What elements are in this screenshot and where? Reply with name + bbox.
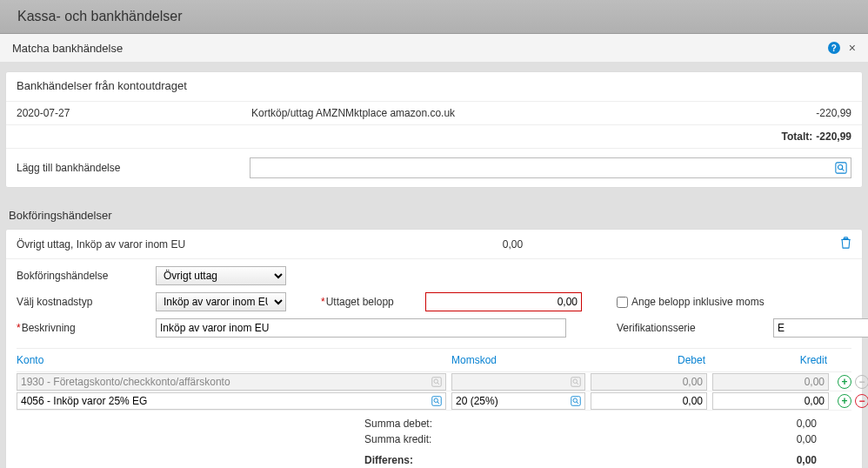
serie-label: Verifikationsserie bbox=[617, 322, 773, 334]
account-table: Konto Momskod Debet Kredit bbox=[17, 348, 851, 411]
bank-event-row: 2020-07-27 Kortköp/uttag AMZNMktplace am… bbox=[6, 101, 862, 124]
costtype-label: Välj kostnadstyp bbox=[17, 296, 156, 308]
debet-input bbox=[591, 373, 707, 391]
svg-point-16 bbox=[573, 398, 578, 403]
add-bank-event-input[interactable] bbox=[250, 157, 851, 178]
modal-title: Matcha bankhändelse bbox=[12, 42, 123, 55]
momskod-input bbox=[451, 373, 585, 391]
sum-kredit-value: 0,00 bbox=[797, 433, 817, 445]
add-row-icon[interactable]: + bbox=[838, 394, 851, 408]
svg-point-1 bbox=[838, 165, 843, 170]
incvat-label: Ange belopp inklusive moms bbox=[631, 296, 765, 308]
booking-summary-desc: Övrigt uttag, Inköp av varor inom EU bbox=[17, 238, 185, 251]
help-icon[interactable]: ? bbox=[828, 42, 840, 54]
close-icon[interactable]: × bbox=[849, 41, 856, 55]
svg-line-17 bbox=[577, 401, 578, 403]
bank-events-panel: Bankhändelser från kontoutdraget 2020-07… bbox=[5, 71, 863, 188]
svg-rect-15 bbox=[571, 396, 581, 405]
remove-row-icon: − bbox=[855, 375, 868, 389]
col-konto[interactable]: Konto bbox=[17, 354, 451, 366]
lookup-icon[interactable] bbox=[834, 161, 848, 175]
table-row: + − bbox=[17, 372, 851, 391]
svg-line-14 bbox=[437, 401, 439, 403]
diff-value: 0,00 bbox=[797, 454, 817, 466]
costtype-select[interactable]: Inköp av varor inom EU bbox=[156, 292, 286, 311]
bank-event-date: 2020-07-27 bbox=[17, 107, 251, 119]
desc-label: Beskrivning bbox=[17, 322, 156, 334]
total-label: Totalt: bbox=[782, 130, 813, 143]
table-header: Konto Momskod Debet Kredit bbox=[17, 349, 851, 372]
sum-debet-value: 0,00 bbox=[797, 418, 817, 430]
lookup-icon bbox=[570, 376, 582, 388]
app-title: Kassa- och bankhändelser bbox=[17, 9, 182, 23]
add-bank-event-row: Lägg till bankhändelse bbox=[6, 148, 862, 187]
kredit-input[interactable] bbox=[712, 392, 829, 410]
booking-summary-amount: 0,00 bbox=[185, 238, 840, 251]
svg-point-13 bbox=[434, 398, 438, 403]
lookup-icon[interactable] bbox=[570, 395, 582, 407]
booking-heading: Bokföringshändelser bbox=[5, 204, 863, 229]
booking-form: Bokföringshändelse Övrigt uttag Välj kos… bbox=[6, 259, 862, 348]
svg-line-11 bbox=[577, 382, 578, 384]
svg-rect-0 bbox=[836, 163, 846, 173]
kredit-input bbox=[712, 373, 829, 391]
svg-rect-9 bbox=[571, 377, 581, 386]
col-debet[interactable]: Debet bbox=[591, 354, 712, 366]
amount-label: Uttaget belopp bbox=[321, 296, 425, 308]
sums-block: Summa debet: 0,00 Summa kredit: 0,00 Dif… bbox=[17, 416, 851, 468]
bank-event-amount: -220,99 bbox=[747, 107, 851, 119]
trash-icon[interactable] bbox=[840, 237, 851, 251]
col-kredit[interactable]: Kredit bbox=[712, 354, 834, 366]
svg-rect-6 bbox=[432, 377, 442, 386]
svg-line-8 bbox=[437, 382, 439, 384]
svg-rect-12 bbox=[432, 396, 442, 405]
col-momskod[interactable]: Momskod bbox=[451, 354, 591, 366]
diff-label: Differens: bbox=[364, 454, 413, 466]
konto-input bbox=[17, 373, 446, 391]
sum-debet-label: Summa debet: bbox=[364, 418, 432, 430]
add-row-icon[interactable]: + bbox=[838, 375, 851, 389]
amount-input[interactable] bbox=[425, 292, 582, 311]
konto-input[interactable] bbox=[17, 392, 446, 410]
momskod-input[interactable] bbox=[451, 392, 585, 410]
debet-input[interactable] bbox=[591, 392, 707, 410]
svg-line-2 bbox=[842, 169, 844, 170]
table-row: + − bbox=[17, 391, 851, 411]
event-type-label: Bokföringshändelse bbox=[17, 270, 156, 282]
add-bank-event-label: Lägg till bankhändelse bbox=[17, 162, 239, 174]
remove-row-icon[interactable]: − bbox=[855, 394, 868, 408]
lookup-icon[interactable] bbox=[431, 395, 443, 407]
modal-header: Matcha bankhändelse ? × bbox=[0, 34, 868, 63]
bank-event-desc: Kortköp/uttag AMZNMktplace amazon.co.uk bbox=[251, 107, 747, 119]
bank-events-heading: Bankhändelser från kontoutdraget bbox=[6, 72, 862, 101]
svg-point-7 bbox=[434, 379, 438, 384]
lookup-icon bbox=[431, 376, 443, 388]
serie-input[interactable] bbox=[773, 318, 868, 338]
svg-point-10 bbox=[573, 379, 578, 384]
booking-summary-row: Övrigt uttag, Inköp av varor inom EU 0,0… bbox=[6, 230, 862, 259]
sum-kredit-label: Summa kredit: bbox=[364, 433, 431, 445]
desc-input[interactable] bbox=[156, 318, 566, 338]
total-value: -220,99 bbox=[816, 130, 851, 143]
booking-panel: Övrigt uttag, Inköp av varor inom EU 0,0… bbox=[5, 229, 863, 468]
app-topbar: Kassa- och bankhändelser bbox=[0, 0, 868, 34]
event-type-select[interactable]: Övrigt uttag bbox=[156, 266, 286, 285]
incvat-checkbox[interactable] bbox=[617, 297, 628, 308]
bank-events-total-row: Totalt: -220,99 bbox=[6, 124, 862, 148]
